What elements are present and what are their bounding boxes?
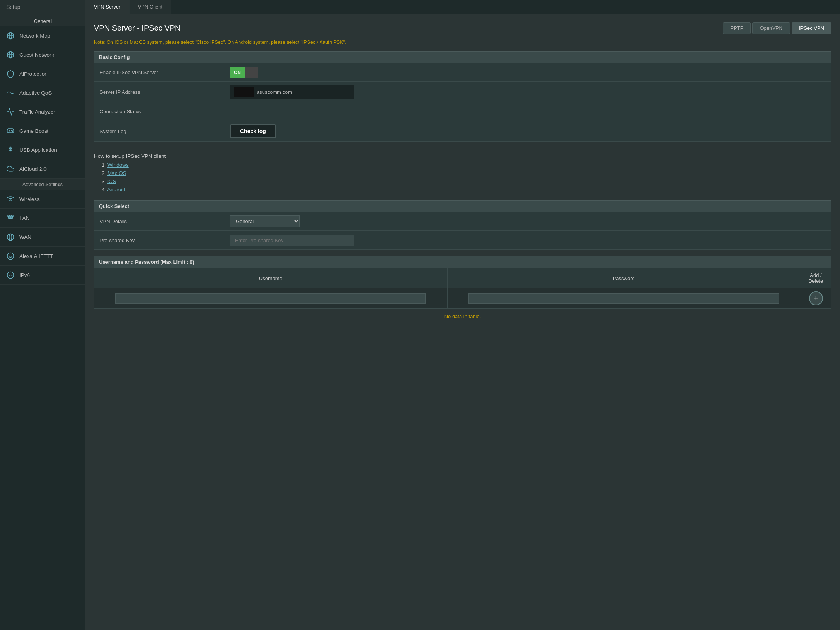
username-input[interactable] xyxy=(115,293,426,304)
vpn-details-row: VPN Details General xyxy=(94,212,831,231)
globe-icon2 xyxy=(6,50,15,59)
general-section-label: General xyxy=(0,14,85,26)
sidebar-item-aiprotection[interactable]: AiProtection xyxy=(0,64,85,83)
basic-config-table: Enable IPSec VPN Server ON Server IP Add… xyxy=(94,63,831,142)
username-cell xyxy=(94,288,448,309)
graph-icon xyxy=(6,107,15,116)
sidebar-item-traffic-analyzer[interactable]: Traffic Analyzer xyxy=(0,102,85,121)
basic-config-header: Basic Config xyxy=(94,51,831,63)
connection-status-label: Connection Status xyxy=(94,105,226,118)
sidebar-label: USB Application xyxy=(19,147,57,153)
table-header-row: Username Password Add / Delete xyxy=(94,268,831,288)
svg-rect-14 xyxy=(12,215,14,216)
password-cell xyxy=(447,288,800,309)
advanced-settings-label: Advanced Settings xyxy=(0,178,85,190)
quick-select-section: Quick Select VPN Details General Pre-sha… xyxy=(94,200,831,250)
sidebar-item-usb-application[interactable]: USB Application xyxy=(0,140,85,159)
svg-rect-12 xyxy=(7,215,9,216)
list-item: 1. Windows xyxy=(102,162,831,168)
sidebar-item-guest-network[interactable]: Guest Network xyxy=(0,45,85,64)
list-item: 3. iOS xyxy=(102,178,831,184)
password-header: Password xyxy=(447,268,800,288)
user-pass-header: Username and Password (Max Limit : 8) xyxy=(94,256,831,268)
connection-status-text: - xyxy=(230,109,232,115)
check-log-button[interactable]: Check log xyxy=(230,124,276,138)
gamepad-icon xyxy=(6,126,15,135)
ipv6-icon: IPv6 xyxy=(6,271,15,279)
server-ip-value: asuscomm.com xyxy=(226,82,831,102)
tabs-bar: VPN Server VPN Client xyxy=(85,0,840,14)
sidebar-label: Game Boost xyxy=(19,128,48,134)
table-row: + xyxy=(94,288,831,309)
sidebar-item-lan[interactable]: LAN xyxy=(0,209,85,228)
server-ip-label: Server IP Address xyxy=(94,85,226,99)
sidebar-item-ipv6[interactable]: IPv6 IPv6 xyxy=(0,266,85,285)
globe-icon xyxy=(6,31,15,40)
psk-input[interactable] xyxy=(230,235,354,246)
sidebar-item-aicloud[interactable]: AiCloud 2.0 xyxy=(0,159,85,178)
no-data-text: No data in table. xyxy=(94,309,831,324)
ios-link[interactable]: iOS xyxy=(107,178,116,184)
psk-row: Pre-shared Key xyxy=(94,231,831,249)
ipsec-button[interactable]: IPSec VPN xyxy=(792,22,831,34)
add-delete-header: Add / Delete xyxy=(800,268,831,288)
sidebar: Setup General Network Map Guest Network … xyxy=(0,0,85,630)
lan-icon xyxy=(6,214,15,222)
sidebar-label: Traffic Analyzer xyxy=(19,109,55,115)
cloud-icon xyxy=(6,164,15,173)
enable-ipsec-toggle[interactable]: ON xyxy=(230,67,258,78)
system-log-label: System Log xyxy=(94,125,226,138)
psk-value xyxy=(226,232,831,249)
add-delete-cell: + xyxy=(800,288,831,309)
how-to-list: 1. Windows 2. Mac OS 3. iOS 4. Android xyxy=(94,162,831,192)
system-log-value: Check log xyxy=(226,121,831,141)
sidebar-label: Alexa & IFTTT xyxy=(19,253,53,259)
content-area: VPN Server - IPSec VPN PPTP OpenVPN IPSe… xyxy=(85,14,840,338)
openvpn-button[interactable]: OpenVPN xyxy=(752,22,790,34)
wave-icon xyxy=(6,88,15,97)
sidebar-label: Guest Network xyxy=(19,52,54,58)
connection-status-value: - xyxy=(226,106,831,118)
server-ip-prefix xyxy=(234,87,254,97)
tab-vpn-server[interactable]: VPN Server xyxy=(85,0,130,14)
server-ip-field[interactable]: asuscomm.com xyxy=(230,85,354,99)
svg-rect-15 xyxy=(9,219,12,220)
user-pass-table: Username Password Add / Delete xyxy=(94,268,831,309)
sidebar-item-wan[interactable]: WAN xyxy=(0,228,85,247)
tab-vpn-client[interactable]: VPN Client xyxy=(130,0,172,14)
server-ip-text: asuscomm.com xyxy=(257,89,292,95)
macos-link[interactable]: Mac OS xyxy=(107,170,126,176)
password-input[interactable] xyxy=(468,293,779,304)
quick-select-table: VPN Details General Pre-shared Key xyxy=(94,212,831,250)
toggle-off-part xyxy=(245,67,258,78)
user-pass-section: Username and Password (Max Limit : 8) Us… xyxy=(94,256,831,324)
page-header: VPN Server - IPSec VPN PPTP OpenVPN IPSe… xyxy=(94,22,831,34)
sidebar-label: AiProtection xyxy=(19,71,48,77)
android-link[interactable]: Android xyxy=(107,187,125,192)
wifi-icon xyxy=(6,195,15,203)
sidebar-item-wireless[interactable]: Wireless xyxy=(0,190,85,209)
basic-config-section: Basic Config Enable IPSec VPN Server ON … xyxy=(94,51,831,142)
sidebar-item-network-map[interactable]: Network Map xyxy=(0,26,85,45)
how-to-section: How to setup IPSec VPN client 1. Windows… xyxy=(94,148,831,200)
sidebar-item-adaptive-qos[interactable]: Adaptive QoS xyxy=(0,83,85,102)
sidebar-item-game-boost[interactable]: Game Boost xyxy=(0,121,85,140)
svg-text:IPv6: IPv6 xyxy=(9,274,13,277)
sidebar-label: AiCloud 2.0 xyxy=(19,166,47,172)
usb-icon xyxy=(6,145,15,154)
enable-ipsec-label: Enable IPSec VPN Server xyxy=(94,66,226,79)
add-user-button[interactable]: + xyxy=(809,291,823,305)
main-content: VPN Server VPN Client VPN Server - IPSec… xyxy=(85,0,840,630)
vpn-details-select[interactable]: General xyxy=(230,215,300,227)
toggle-on-label: ON xyxy=(230,67,245,78)
quick-select-header: Quick Select xyxy=(94,200,831,212)
setup-item[interactable]: Setup xyxy=(0,0,85,14)
psk-label: Pre-shared Key xyxy=(94,234,226,247)
vpn-details-label: VPN Details xyxy=(94,215,226,228)
pptp-button[interactable]: PPTP xyxy=(723,22,751,34)
vpn-type-buttons: PPTP OpenVPN IPSec VPN xyxy=(723,22,831,34)
sidebar-item-alexa[interactable]: Alexa & IFTTT xyxy=(0,247,85,266)
sidebar-label: WAN xyxy=(19,234,31,240)
sidebar-label: Adaptive QoS xyxy=(19,90,52,96)
windows-link[interactable]: Windows xyxy=(107,162,129,168)
